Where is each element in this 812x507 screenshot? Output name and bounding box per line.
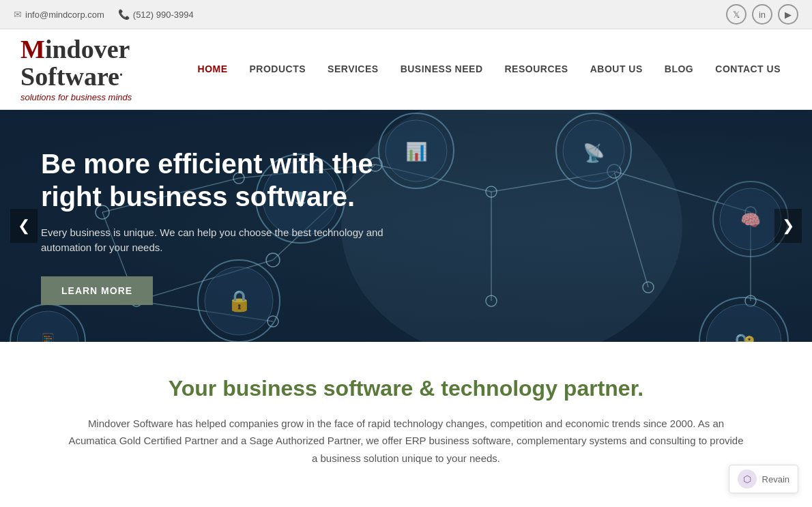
logo-tagline: solutions for business minds bbox=[20, 92, 132, 102]
partner-body: Mindover Software has helped companies g… bbox=[68, 415, 744, 467]
phone-text: (512) 990-3994 bbox=[133, 10, 194, 20]
revain-icon: ⬡ bbox=[738, 469, 757, 489]
nav-contact-us[interactable]: CONTACT US bbox=[704, 57, 792, 81]
hero-prev-arrow[interactable]: ❮ bbox=[10, 209, 38, 243]
learn-more-button[interactable]: LEARN MORE bbox=[41, 276, 153, 305]
svg-text:🔐: 🔐 bbox=[732, 332, 756, 342]
hero-headline: Be more efficient with the right busines… bbox=[41, 147, 423, 213]
logo[interactable]: Mindover Software. solutions for busines… bbox=[20, 36, 132, 102]
hero-subtext: Every business is unique. We can help yo… bbox=[41, 225, 423, 256]
nav-products[interactable]: PRODUCTS bbox=[239, 57, 317, 81]
phone-contact: 📞 (512) 990-3994 bbox=[118, 9, 194, 20]
header: Mindover Software. solutions for busines… bbox=[0, 29, 812, 110]
twitter-link[interactable]: 𝕏 bbox=[726, 4, 746, 25]
email-icon: ✉ bbox=[14, 9, 22, 20]
nav-resources[interactable]: RESOURCES bbox=[494, 57, 579, 81]
top-bar: ✉ info@mindcorp.com 📞 (512) 990-3994 𝕏 i… bbox=[0, 0, 812, 29]
nav-about-us[interactable]: ABOUT US bbox=[579, 57, 654, 81]
youtube-link[interactable]: ▶ bbox=[778, 4, 798, 25]
main-nav: HOME PRODUCTS SERVICES BUSINESS NEED RES… bbox=[187, 57, 792, 81]
email-text: info@mindcorp.com bbox=[25, 10, 104, 20]
nav-services[interactable]: SERVICES bbox=[317, 57, 390, 81]
email-contact: ✉ info@mindcorp.com bbox=[14, 9, 104, 20]
hero-section: 🔒 📱 📊 ⬇ 📡 🔐 🧠 Be more efficient with the… bbox=[0, 110, 812, 342]
partner-heading: Your business software & technology part… bbox=[68, 376, 744, 401]
partner-section: Your business software & technology part… bbox=[0, 342, 812, 495]
svg-text:🧠: 🧠 bbox=[740, 210, 761, 230]
phone-icon: 📞 bbox=[118, 9, 130, 20]
revain-label: Revain bbox=[762, 474, 789, 484]
revain-badge[interactable]: ⬡ Revain bbox=[729, 465, 798, 493]
linkedin-link[interactable]: in bbox=[752, 4, 772, 25]
nav-home[interactable]: HOME bbox=[187, 57, 239, 81]
social-links: 𝕏 in ▶ bbox=[726, 4, 798, 25]
svg-text:📡: 📡 bbox=[583, 142, 605, 164]
nav-blog[interactable]: BLOG bbox=[654, 57, 704, 81]
nav-business-need[interactable]: BUSINESS NEED bbox=[390, 57, 494, 81]
hero-next-arrow[interactable]: ❯ bbox=[774, 209, 802, 243]
hero-content: Be more efficient with the right busines… bbox=[0, 110, 464, 342]
